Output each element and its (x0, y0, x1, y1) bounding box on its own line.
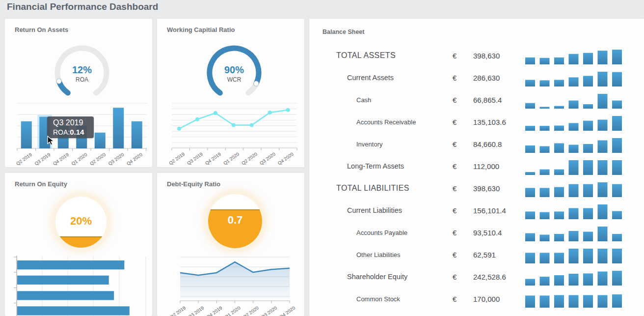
currency-symbol: € (453, 206, 456, 214)
roe-liquid-gauge: 20% (55, 197, 107, 248)
balance-sheet-row: Long-Term Assets€112,000 (309, 155, 644, 177)
roe-hbar-chart[interactable] (5, 256, 152, 316)
svg-text:Q1 2020: Q1 2020 (223, 305, 241, 316)
svg-text:90%: 90% (224, 64, 244, 75)
bs-row-value: 93,510.4 (473, 228, 502, 236)
currency-symbol: € (453, 184, 456, 192)
svg-text:ROA: ROA (76, 76, 88, 83)
roe-gauge-fill (55, 236, 107, 248)
bs-row-label: TOTAL ASSETS (336, 51, 396, 60)
tooltip-value-line: ROA:0.14 (53, 128, 84, 136)
bs-row-value: 135,103.6 (473, 117, 506, 126)
bs-row-trend-sparkline (525, 181, 623, 198)
panel-title-balance-sheet: Balance Sheet (322, 29, 364, 35)
currency-symbol: € (453, 51, 456, 59)
svg-text:Q3 2020: Q3 2020 (260, 305, 278, 316)
bs-row-value: 112,000 (473, 162, 499, 170)
currency-symbol: € (453, 117, 456, 126)
svg-text:Q2 2019: Q2 2019 (169, 305, 187, 316)
currency-symbol: € (453, 272, 456, 281)
tooltip-title: Q3 2019 (53, 118, 83, 127)
balance-sheet-row: Accounts Payable€93,510.4 (309, 221, 644, 243)
bs-row-label: Long-Term Assets (347, 162, 404, 170)
currency-symbol: € (453, 73, 456, 82)
balance-sheet-row: Inventory€84,660.8 (309, 133, 644, 155)
balance-sheet-row: Cash€66,865.4 (309, 88, 644, 111)
tooltip-metric-value: 0.14 (70, 128, 84, 136)
svg-text:Q4 2019: Q4 2019 (52, 152, 70, 167)
svg-text:Q2 2020: Q2 2020 (241, 151, 258, 166)
bs-row-label: Accounts Payable (356, 229, 407, 236)
svg-text:Q3 2020: Q3 2020 (107, 152, 125, 167)
currency-symbol: € (453, 250, 456, 259)
panel-title-der: Debt-Equity Ratio (167, 180, 220, 188)
bs-row-label: Shareholder Equity (347, 273, 407, 281)
svg-text:Q4 2020: Q4 2020 (278, 305, 296, 316)
bs-row-value: 398,630 (473, 184, 500, 192)
panel-title-roe: Return On Equity (15, 180, 67, 188)
currency-symbol: € (453, 95, 456, 104)
der-gauge-value: 0.7 (208, 214, 262, 227)
svg-text:Q3 2019: Q3 2019 (186, 151, 204, 166)
bs-row-label: Other Liabilities (356, 251, 401, 258)
panel-return-on-assets: Return On Assets 12%ROA Q2 2019Q3 2019Q4… (5, 19, 152, 167)
bs-row-value: 84,660.8 (473, 140, 502, 148)
bs-row-trend-sparkline (525, 248, 623, 264)
currency-symbol: € (453, 162, 456, 170)
bs-row-trend-sparkline (525, 49, 623, 65)
currency-symbol: € (453, 140, 456, 148)
bs-row-label: Current Liabilities (347, 206, 402, 214)
bs-row-label: TOTAL LIABILITIES (336, 184, 409, 193)
bs-row-value: 156,101.4 (473, 206, 506, 214)
roa-gauge: 12%ROA (45, 41, 119, 105)
balance-sheet-row: TOTAL LIABILITIES€398,630 (309, 177, 644, 199)
bs-row-value: 66,865.4 (473, 95, 502, 104)
wcr-gauge: 90%WCR (197, 41, 271, 105)
bs-row-label: Common Stock (356, 295, 400, 302)
bs-row-trend-sparkline (525, 292, 623, 309)
svg-text:Q4 2020: Q4 2020 (126, 152, 143, 167)
svg-text:Q3 2019: Q3 2019 (33, 152, 51, 167)
balance-sheet-row: Shareholder Equity€242,528.6 (309, 265, 644, 287)
bs-row-value: 286,630 (473, 73, 500, 82)
bs-row-trend-sparkline (525, 226, 623, 242)
currency-symbol: € (453, 294, 456, 303)
panel-working-capital-ratio: Working Capitial Ratio 90%WCR Q2 2019Q3 … (157, 19, 304, 167)
panel-debt-equity-ratio: Debt-Equity Ratio 0.7 Q2 2019Q3 2019Q4 2… (157, 173, 304, 316)
chart-tooltip: Q3 2019 ROA:0.14 (47, 116, 94, 138)
dashboard-page: Financial Performance Dashboard Return O… (0, 0, 644, 316)
bs-row-trend-sparkline (525, 115, 623, 132)
bs-row-value: 170,000 (473, 294, 500, 303)
svg-text:Q4 2019: Q4 2019 (204, 151, 222, 166)
tooltip-metric-label: ROA: (53, 128, 70, 136)
panel-balance-sheet: Balance Sheet TOTAL ASSETS€398,630Curren… (309, 19, 644, 316)
balance-sheet-row: TOTAL ASSETS€398,630 (309, 44, 644, 66)
panel-title-wcr: Working Capitial Ratio (167, 26, 235, 33)
bs-row-label: Accounts Receivable (356, 118, 416, 125)
svg-text:Q3 2020: Q3 2020 (259, 151, 276, 166)
svg-text:Q1 2020: Q1 2020 (70, 152, 88, 167)
panel-title-roa: Return On Assets (15, 26, 68, 33)
bs-row-trend-sparkline (525, 71, 623, 87)
svg-text:Q1 2020: Q1 2020 (222, 151, 240, 166)
roe-gauge-value: 20% (55, 215, 107, 228)
bs-row-trend-sparkline (525, 159, 623, 176)
balance-sheet-rows: TOTAL ASSETS€398,630Current Assets€286,6… (309, 44, 644, 310)
svg-text:Q2 2019: Q2 2019 (15, 152, 33, 167)
bs-row-value: 398,630 (473, 51, 500, 59)
bs-row-trend-sparkline (525, 203, 623, 220)
wcr-line-chart[interactable]: Q2 2019Q3 2019Q4 2019Q1 2020Q2 2020Q3 20… (157, 97, 304, 167)
bs-row-trend-sparkline (525, 137, 623, 154)
svg-text:Q3 2019: Q3 2019 (187, 305, 205, 316)
svg-text:WCR: WCR (227, 76, 242, 83)
der-area-chart[interactable]: Q2 2019Q3 2019Q4 2019Q1 2020Q2 2020Q3 20… (157, 256, 304, 316)
balance-sheet-row: Other Liabilities€62,591 (309, 243, 644, 265)
balance-sheet-row: Accounts Receivable€135,103.6 (309, 111, 644, 133)
balance-sheet-row: Current Assets€286,630 (309, 66, 644, 88)
balance-sheet-row: Common Stock€170,000 (309, 287, 644, 310)
currency-symbol: € (453, 228, 456, 236)
der-liquid-gauge: 0.7 (208, 194, 262, 248)
balance-sheet-row: Current Liabilities€156,101.4 (309, 199, 644, 221)
page-title: Financial Performance Dashboard (7, 1, 158, 12)
svg-text:Q4 2019: Q4 2019 (205, 305, 223, 316)
